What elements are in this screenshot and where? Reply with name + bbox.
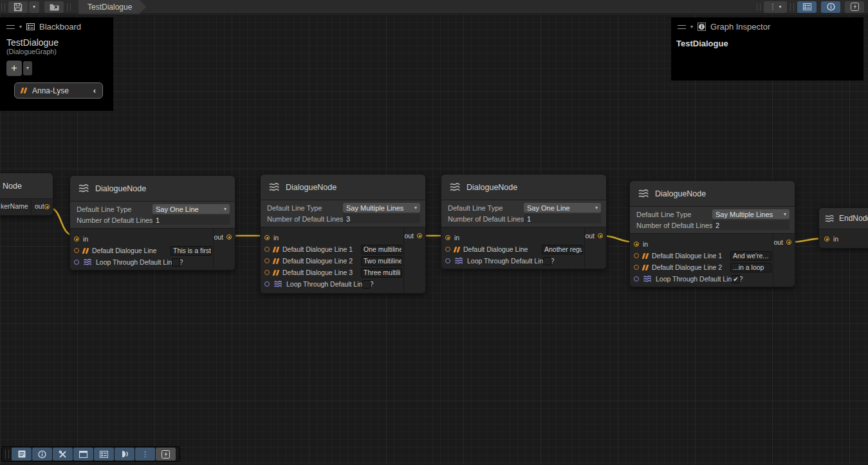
in-port[interactable] [824, 236, 829, 242]
count-value: 2 [716, 222, 719, 229]
toggle-script-panel-button[interactable] [12, 448, 32, 460]
node-title-label: DialogueNode [286, 183, 337, 192]
loop-icon [454, 257, 463, 265]
dialogue-node-2[interactable]: DialogueNode Default Line Type Say Multi… [260, 174, 426, 294]
dialogue-node-3[interactable]: DialogueNode Default Line Type Say One L… [441, 174, 607, 269]
graph-inspector-panel[interactable]: ▾ Graph Inspector TestDialogue [671, 17, 863, 81]
bool-port[interactable] [264, 281, 270, 287]
blackboard-panel[interactable]: ▾ Blackboard TestDialogue (DialogueGraph… [0, 17, 113, 111]
dialogue-line-label: Default Dialogue Line [92, 247, 156, 254]
line-type-dropdown[interactable]: Say Multiple Lines ▾ [343, 203, 420, 213]
line-type-value: Say One Line [156, 205, 199, 213]
string-port[interactable] [264, 258, 270, 263]
toggle-minimap-button[interactable] [845, 1, 864, 13]
graph-inspector-title: Graph Inspector [710, 22, 770, 32]
overflow-menu-button[interactable]: ⋮ [135, 448, 155, 460]
loop-label: Loop Through Default Lines? [96, 258, 183, 266]
dialogue-node-1[interactable]: DialogueNode Default Line Type Say One L… [69, 175, 235, 270]
string-port[interactable] [634, 265, 639, 270]
string-port[interactable] [74, 248, 79, 253]
in-port[interactable] [634, 242, 639, 247]
toggle-blackboard-button[interactable] [94, 448, 114, 460]
bool-port[interactable] [445, 258, 450, 263]
bool-port[interactable] [634, 276, 639, 281]
dialogue-line-field[interactable]: This is a first [171, 246, 212, 256]
chevron-down-icon: ▾ [224, 207, 226, 212]
loop-icon [83, 258, 92, 266]
blackboard-variable-anna-lyse[interactable]: Anna-Lyse ‹ [14, 82, 103, 99]
toggle-graph-inspector-button[interactable] [821, 1, 840, 13]
dialogue-line-label: Default Dialogue Line 2 [282, 257, 353, 265]
string-port[interactable] [445, 247, 450, 252]
add-variable-button[interactable]: + [6, 61, 22, 76]
line-type-label: Default Line Type [636, 211, 712, 218]
count-label: Number of Default Lines [448, 215, 524, 223]
toolbar-drag-handle[interactable] [1, 3, 5, 11]
count-field[interactable]: 1 [524, 214, 601, 223]
loop-checkbox-checked[interactable]: ✔ [732, 275, 740, 283]
start-node-out-port[interactable] [44, 204, 50, 209]
info-icon [827, 3, 835, 11]
save-dropdown-button[interactable]: ▾ [29, 1, 39, 13]
add-variable-dropdown[interactable]: ▾ [23, 61, 32, 75]
in-port[interactable] [264, 235, 270, 240]
line-type-dropdown[interactable]: Say Multiple Lines ▾ [712, 209, 790, 219]
collapse-chevron-icon[interactable]: ▾ [19, 24, 22, 30]
variable-name: Anna-Lyse [32, 86, 69, 95]
end-node[interactable]: EndNode in [818, 207, 868, 249]
string-port[interactable] [634, 253, 639, 258]
dialogue-node-icon [449, 182, 461, 192]
dialogue-node-icon [268, 182, 280, 192]
chevron-down-icon: ▾ [414, 205, 417, 211]
loop-checkbox[interactable] [543, 257, 551, 265]
drag-handle-icon[interactable] [678, 25, 686, 29]
dialogue-line-field[interactable]: Another regu [542, 245, 583, 254]
quote-icon [273, 258, 279, 264]
dialogue-line-field[interactable]: Three multili [361, 268, 402, 278]
drag-handle-icon[interactable] [6, 25, 15, 29]
toggle-blackboard-button[interactable] [797, 1, 817, 13]
dialogue-node-4[interactable]: DialogueNode Default Line Type Say Multi… [629, 180, 795, 287]
collapse-chevron-icon[interactable]: ▾ [690, 24, 693, 30]
line-type-label: Default Line Type [267, 204, 343, 212]
start-node-title: Node [3, 182, 22, 191]
count-field[interactable]: 1 [152, 215, 230, 225]
in-port[interactable] [74, 236, 79, 242]
in-port[interactable] [445, 235, 450, 240]
bool-port[interactable] [74, 260, 79, 265]
dialogue-line-label: Default Dialogue Line 2 [652, 263, 722, 271]
dialogue-line-field[interactable]: And we're... [730, 251, 771, 261]
toolbar-separator [757, 3, 761, 11]
save-button[interactable] [8, 1, 28, 13]
string-port[interactable] [264, 247, 270, 252]
open-folder-icon [50, 3, 59, 11]
toggle-voice-button[interactable] [115, 448, 134, 460]
toggle-tools-button[interactable] [53, 448, 73, 460]
open-asset-button[interactable] [44, 1, 64, 13]
line-type-dropdown[interactable]: Say One Line ▾ [152, 204, 230, 214]
count-label: Number of Default Lines [267, 215, 343, 223]
line-type-dropdown[interactable]: Say One Line ▾ [524, 203, 601, 213]
loop-label: Loop Through Default Lines? [467, 257, 554, 265]
toggle-window-button[interactable] [73, 448, 93, 460]
save-icon [14, 3, 23, 12]
toolbar-separator [67, 3, 71, 11]
dialogue-line-field[interactable]: One multiline [361, 245, 402, 254]
loop-checkbox[interactable] [172, 258, 180, 267]
dialogue-line-field[interactable]: Two multiline [361, 256, 402, 266]
toolbar-drag-handle[interactable] [5, 450, 9, 459]
string-port[interactable] [264, 270, 270, 275]
toolbar-separator [790, 3, 794, 11]
dialogue-line-field[interactable]: ...in a loop [730, 263, 771, 272]
graph-tab[interactable]: TestDialogue [78, 0, 146, 14]
count-field[interactable]: 3 [343, 214, 420, 223]
count-field[interactable]: 2 [712, 220, 790, 230]
toggle-minimap-button[interactable] [156, 448, 176, 460]
quote-icon [273, 270, 279, 276]
start-node[interactable]: Node kerName out [0, 173, 53, 216]
document-icon [18, 450, 26, 458]
toggle-inspector-button[interactable] [32, 448, 52, 460]
chevron-left-icon[interactable]: ‹ [93, 86, 96, 95]
overflow-menu-button[interactable]: ⋮ ▾ [764, 1, 787, 13]
loop-checkbox[interactable] [362, 280, 371, 289]
